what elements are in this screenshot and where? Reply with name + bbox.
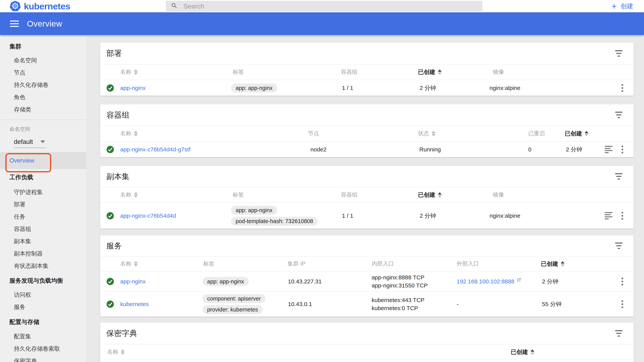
sidebar-divider	[0, 120, 86, 120]
sidebar-header-config: 配置与存储	[0, 316, 86, 328]
sidebar-item-replication-controllers[interactable]: 副本控制器	[0, 247, 86, 260]
internal-endpoint: kubernetes:0 TCP	[372, 305, 418, 311]
service-name-link[interactable]: app-nginx	[120, 278, 146, 285]
filter-icon[interactable]	[614, 49, 624, 58]
column-header-restarts: 已重启	[528, 130, 545, 137]
namespace-label: 命名空间	[0, 123, 86, 135]
column-header-external: 外部入口	[457, 260, 479, 268]
column-header-created[interactable]: 已创建	[565, 130, 588, 138]
age-value: 2 分钟	[420, 84, 436, 92]
column-header-internal: 内部入口	[372, 260, 394, 268]
table-row: app-nginx-c76b54d4d-g7stf node2 Running …	[100, 142, 634, 157]
sidebar-header-workloads: 工作负载	[0, 171, 86, 183]
namespace-select[interactable]: default	[14, 136, 46, 148]
column-header-name[interactable]: 名称	[107, 348, 125, 356]
filter-icon[interactable]	[614, 172, 624, 181]
column-header-name[interactable]: 名称	[120, 191, 138, 199]
sidebar-item-persistent-volumes[interactable]: 持久化存储卷	[0, 79, 86, 91]
pods-card: 容器组 名称 节点 状态 已重启 已创建 app-nginx-c76b54d4d…	[100, 104, 634, 157]
sidebar-item-config-maps[interactable]: 配置集	[0, 330, 86, 343]
replicasets-title: 副本集	[106, 171, 130, 182]
replicaset-name-link[interactable]: app-nginx-c76b54d4d	[120, 212, 176, 219]
create-button[interactable]: + 创建	[612, 0, 633, 12]
column-header-status[interactable]: 状态	[418, 130, 436, 137]
pod-name-link[interactable]: app-nginx-c76b54d4d-g7stf	[120, 146, 190, 153]
table-row: app-nginx app: app-nginx 10.43.227.31 ap…	[100, 272, 634, 291]
chevron-down-icon	[40, 141, 45, 143]
column-header-labels: 标签	[203, 260, 214, 268]
topbar: kubernetes + 创建	[0, 0, 644, 12]
row-menu-button[interactable]	[621, 145, 624, 154]
sidebar-item-stateful-sets[interactable]: 有状态副本集	[0, 260, 86, 272]
external-endpoint-empty: -	[457, 301, 458, 307]
cluster-ip-value: 10.43.0.1	[288, 301, 312, 307]
column-header-node: 节点	[308, 130, 319, 137]
plus-icon: +	[612, 2, 617, 10]
sidebar-item-jobs[interactable]: 任务	[0, 211, 86, 223]
column-header-name[interactable]: 名称	[120, 130, 138, 137]
search-input[interactable]	[184, 2, 453, 10]
pods-count: 1 / 1	[342, 85, 353, 91]
column-header-labels: 标签	[233, 68, 244, 76]
column-header-name[interactable]: 名称	[120, 68, 138, 76]
services-title: 服务	[106, 241, 122, 251]
logs-button[interactable]	[605, 212, 612, 219]
table-row: app-nginx app: app-nginx 1 / 1 2 分钟 ngin…	[100, 80, 634, 96]
age-value: 2 分钟	[566, 146, 582, 153]
age-value: 55 分钟	[542, 300, 562, 308]
internal-endpoint: app-nginx:8888 TCP	[372, 274, 424, 281]
pods-count: 1 / 1	[342, 212, 353, 219]
sidebar-header-discovery: 服务发现与负载均衡	[0, 275, 86, 287]
logs-button[interactable]	[605, 146, 612, 153]
filter-icon[interactable]	[614, 329, 624, 338]
status-ok-icon	[106, 146, 114, 153]
column-header-name[interactable]: 名称	[120, 260, 138, 268]
external-endpoint-link[interactable]: 192.168.100.102:8888	[457, 278, 514, 285]
column-header-cluster-ip: 集群 IP	[288, 260, 306, 268]
status-ok-icon	[106, 84, 114, 92]
sidebar-item-pvc[interactable]: 持久化存储卷索取	[0, 343, 86, 355]
restarts-value: 0	[528, 146, 532, 153]
row-menu-button[interactable]	[621, 277, 624, 286]
column-header-created[interactable]: 已创建	[541, 260, 564, 268]
kubernetes-logo-icon	[10, 0, 21, 12]
filter-icon[interactable]	[614, 241, 624, 250]
internal-endpoint: app-nginx:31550 TCP	[372, 282, 428, 289]
row-menu-button[interactable]	[621, 211, 624, 220]
age-value: 2 分钟	[420, 212, 436, 220]
column-header-created[interactable]: 已创建	[418, 191, 442, 199]
sidebar-item-services[interactable]: 服务	[0, 301, 86, 313]
sidebar-item-secrets[interactable]: 保密字典	[0, 355, 86, 362]
sidebar-item-namespaces[interactable]: 命名空间	[0, 54, 86, 66]
image-value: nginx:alpine	[490, 212, 520, 219]
row-menu-button[interactable]	[621, 83, 624, 93]
label-chip: component: apiserver	[202, 294, 266, 303]
row-menu-button[interactable]	[621, 300, 624, 309]
service-name-link[interactable]: kubernetes	[120, 301, 149, 307]
sidebar-item-overview[interactable]: Overview	[0, 152, 86, 169]
sidebar-item-nodes[interactable]: 节点	[0, 66, 86, 79]
column-header-created[interactable]: 已创建	[418, 68, 442, 76]
internal-endpoint: kubernetes:443 TCP	[372, 297, 424, 303]
sidebar-item-ingresses[interactable]: 访问权	[0, 289, 86, 301]
column-header-created[interactable]: 已创建	[511, 348, 534, 356]
search-box[interactable]	[166, 1, 482, 11]
sidebar-item-replica-sets[interactable]: 副本集	[0, 235, 86, 247]
deployments-card: 部署 名称 标签 容器组 已创建 镜像 app-nginx app: app-n…	[100, 43, 634, 96]
deployments-title: 部署	[106, 48, 122, 59]
kubernetes-brand[interactable]: kubernetes	[10, 0, 70, 12]
sidebar-item-pods[interactable]: 容器组	[0, 223, 86, 235]
filter-icon[interactable]	[614, 111, 624, 119]
column-header-images: 镜像	[493, 68, 504, 76]
sidebar-item-deployments[interactable]: 部署	[0, 198, 86, 211]
deployment-name-link[interactable]: app-nginx	[120, 85, 146, 91]
label-chip: app: app-nginx	[231, 83, 277, 92]
sidebar-item-roles[interactable]: 角色	[0, 91, 86, 103]
sidebar-item-storage-classes[interactable]: 存储类	[0, 103, 86, 116]
menu-button[interactable]	[10, 20, 19, 27]
sidebar-item-daemon-sets[interactable]: 守护进程集	[0, 186, 86, 198]
label-chip: provider: kubernetes	[202, 305, 262, 314]
cluster-ip-value: 10.43.227.31	[288, 278, 322, 285]
replicasets-card: 副本集 名称 标签 容器组 已创建 镜像 app-nginx-c76b54d4d…	[100, 166, 634, 229]
page-title: Overview	[27, 19, 62, 28]
